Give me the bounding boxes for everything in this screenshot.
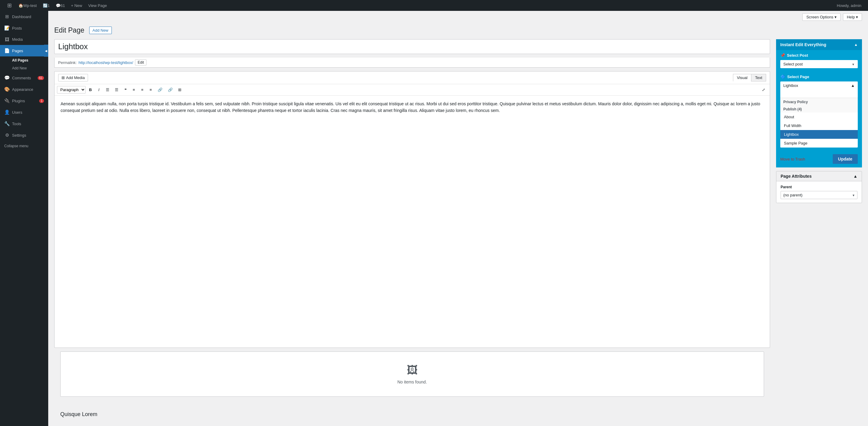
page-dropdown-open: Privacy Policy Publish (4) About Full Wi… [780, 90, 858, 147]
sidebar-item-label: Settings [12, 133, 26, 138]
site-name: Wp-test [23, 3, 37, 8]
view-page-item[interactable]: View Page [85, 0, 110, 11]
help-button[interactable]: Help ▾ [843, 13, 862, 21]
parent-select[interactable]: (no parent) [781, 191, 858, 199]
sidebar-item-users[interactable]: 👤 Users [0, 107, 48, 118]
page-title: Edit Page [54, 26, 84, 34]
add-media-button[interactable]: ⊞ Add Media [58, 74, 88, 82]
permalink-row: Permalink: http://localhost/wp-test/ligh… [54, 58, 770, 67]
plugins-badge: 1 [39, 99, 44, 103]
parent-select-wrapper: (no parent) [781, 191, 858, 199]
align-left-button[interactable]: ≡ [130, 86, 137, 93]
sidebar-item-label: Pages [12, 49, 23, 53]
select-post-label: Select Post [787, 53, 808, 58]
sidebar-item-comments[interactable]: 💬 Comments 61 [0, 72, 48, 84]
home-icon: 🏠 [19, 3, 23, 8]
publish-actions: Move to Trash Update [776, 150, 862, 167]
table-button[interactable]: ⊞ [176, 86, 184, 93]
link-button[interactable]: 🔗 [156, 86, 164, 93]
sidebar-item-plugins[interactable]: 🔌 Plugins 1 [0, 95, 48, 107]
select-page-section: 🔷 Select Page Lightbox ▲ Privacy Policy … [776, 71, 862, 150]
select-post-section: 📌 Select Post Select post [776, 50, 862, 71]
ordered-list-button[interactable]: ☰ [113, 86, 121, 93]
bold-button[interactable]: B [87, 86, 94, 93]
parent-label: Parent [781, 185, 858, 189]
unordered-list-button[interactable]: ☰ [104, 86, 112, 93]
sidebar-item-label: Media [12, 37, 23, 41]
editor-content[interactable]: Aenean suscipit aliquam nulla, non porta… [55, 96, 770, 168]
align-right-button[interactable]: ≡ [147, 86, 154, 93]
select-page-label: Select Page [787, 75, 809, 79]
page-option-lightbox[interactable]: Lightbox [780, 130, 858, 139]
editor-sidebar: Instant Edit Everything ▲ 📌 Select Post [776, 39, 862, 420]
new-content-item[interactable]: + New [68, 0, 85, 11]
sidebar-item-pages[interactable]: 📄 Pages [0, 45, 48, 56]
blockquote-button[interactable]: ❝ [122, 86, 129, 93]
admin-sidebar: ⊞ Dashboard 📝 Posts 🖼 Media 📄 Pages ◀ Al… [0, 11, 48, 426]
selected-page-value: Lightbox [783, 83, 798, 88]
sidebar-pages-arrow[interactable]: ◀ [44, 45, 48, 57]
view-page-label: View Page [88, 3, 107, 8]
tools-icon: 🔧 [4, 121, 10, 126]
screen-options-button[interactable]: Screen Options ▾ [802, 13, 840, 21]
page-option-about[interactable]: About [780, 113, 858, 121]
tab-visual[interactable]: Visual [733, 74, 751, 82]
align-center-button[interactable]: ≡ [138, 86, 146, 93]
update-button[interactable]: Update [833, 154, 858, 164]
unlink-button[interactable]: 🔗 [166, 86, 175, 93]
screen-options-bar: Screen Options ▾ Help ▾ [48, 11, 868, 23]
sidebar-item-media[interactable]: 🖼 Media [0, 34, 48, 45]
post-title-input[interactable] [54, 39, 770, 54]
format-toolbar: Paragraph B I ☰ ☰ ❝ ≡ ≡ ≡ 🔗 🔗 [55, 84, 770, 96]
permalink-url[interactable]: http://localhost/wp-test/lightbox/ [79, 60, 133, 65]
sidebar-item-tools[interactable]: 🔧 Tools [0, 118, 48, 130]
sidebar-item-dashboard[interactable]: ⊞ Dashboard [0, 11, 48, 22]
plugins-icon: 🔌 [4, 98, 10, 104]
wp-logo[interactable]: ⊞ [4, 2, 16, 9]
editor-paragraph: Aenean suscipit aliquam nulla, non porta… [61, 101, 764, 114]
site-name-item[interactable]: 🏠 Wp-test [16, 0, 40, 11]
publish-group-label: Publish (4) [780, 105, 858, 113]
no-items-label: No items found. [73, 379, 752, 385]
page-attributes-box: Page Attributes ▲ Parent (no parent) [776, 171, 862, 203]
page-attributes-header[interactable]: Page Attributes ▲ [776, 171, 862, 181]
pin-icon: 📌 [780, 53, 785, 58]
updates-icon: 🔄 [43, 3, 48, 8]
permalink-label: Permalink: [58, 60, 76, 65]
expand-button[interactable]: ⤢ [760, 86, 767, 93]
tab-text[interactable]: Text [751, 74, 766, 82]
select-page-title: 🔷 Select Page [780, 74, 858, 79]
comments-count: 61 [61, 3, 65, 8]
sidebar-item-settings[interactable]: ⚙ Settings [0, 130, 48, 141]
page-select-display[interactable]: Lightbox ▲ [780, 82, 858, 90]
permalink-edit-button[interactable]: Edit [135, 59, 147, 65]
select-post-dropdown[interactable]: Select post [780, 60, 858, 68]
sidebar-subitem-add-new[interactable]: Add New [0, 64, 48, 72]
paragraph-select[interactable]: Paragraph [57, 86, 86, 93]
page-option-full-width[interactable]: Full Width [780, 121, 858, 130]
select-post-title: 📌 Select Post [780, 53, 858, 58]
dashboard-icon: ⊞ [4, 14, 10, 19]
instant-edit-header[interactable]: Instant Edit Everything ▲ [776, 39, 862, 50]
sidebar-subitem-all-pages[interactable]: All Pages [0, 56, 48, 64]
editor-tabs: Visual Text [733, 74, 766, 82]
collapse-menu[interactable]: Collapse menu [0, 141, 48, 151]
page-attributes-title: Page Attributes [781, 174, 812, 179]
page-option-sample-page[interactable]: Sample Page [780, 139, 858, 147]
instant-edit-title: Instant Edit Everything [780, 42, 826, 47]
page-search-input[interactable] [780, 90, 858, 98]
sidebar-item-label: Posts [12, 26, 22, 30]
add-new-button[interactable]: Add New [89, 27, 112, 34]
users-icon: 👤 [4, 110, 10, 115]
comments-item[interactable]: 💬 61 [53, 0, 68, 11]
page-select-icon: 🔷 [780, 74, 785, 79]
sidebar-item-label: Users [12, 110, 22, 115]
move-to-trash-link[interactable]: Move to Trash [780, 157, 805, 162]
updates-item[interactable]: 🔄 1 [40, 0, 53, 11]
sidebar-item-posts[interactable]: 📝 Posts [0, 22, 48, 34]
sidebar-item-label: Tools [12, 121, 21, 126]
sidebar-item-appearance[interactable]: 🎨 Appearance [0, 84, 48, 95]
comments-badge: 61 [38, 76, 44, 80]
no-items-box: 🖼 No items found. [60, 351, 764, 397]
italic-button[interactable]: I [95, 86, 102, 93]
